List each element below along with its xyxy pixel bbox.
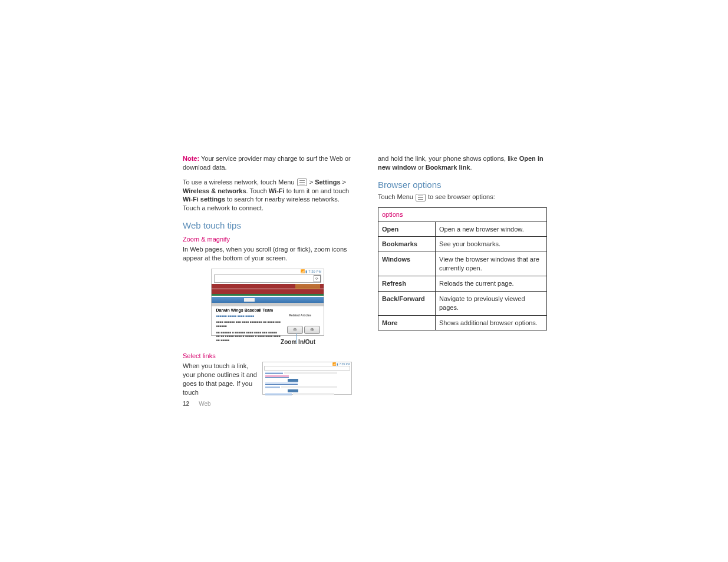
text: to turn it on and touch xyxy=(285,187,349,194)
text: > xyxy=(341,178,346,186)
callout-line xyxy=(296,333,297,343)
text: or xyxy=(416,164,426,171)
option-desc: Reloads the current page. xyxy=(436,276,547,292)
text: To use a wireless network, touch Menu xyxy=(183,178,297,186)
heading-web-touch-tips: Web touch tips xyxy=(183,220,352,232)
refresh-icon: ⟳ xyxy=(314,275,321,282)
option-label: More xyxy=(378,315,436,330)
wifi-settings-label: Wi-Fi settings xyxy=(183,196,225,203)
option-label: Bookmarks xyxy=(378,237,436,252)
bookmark-link-label: Bookmark link xyxy=(426,164,470,171)
continuation-text: and hold the link, your phone shows opti… xyxy=(378,154,547,172)
option-desc: See your bookmarks. xyxy=(436,237,547,252)
right-column: and hold the link, your phone shows opti… xyxy=(378,154,547,397)
menu-icon xyxy=(297,178,307,186)
settings-label: Settings xyxy=(315,178,340,186)
table-row: WindowsView the browser windows that are… xyxy=(378,252,547,276)
table-row: BookmarksSee your bookmarks. xyxy=(378,237,547,252)
address-bar xyxy=(214,275,321,283)
tab-row xyxy=(212,303,324,306)
zoom-out-button[interactable]: ⊖ xyxy=(287,326,303,334)
option-desc: Open a new browser window. xyxy=(436,222,547,237)
wifi-label: Wi-Fi xyxy=(269,187,285,194)
text: and hold the link, your phone shows opti… xyxy=(378,155,519,162)
related-articles-heading: Related Articles xyxy=(289,313,319,318)
select-links-block: 📶 ▮ 7:39 PM When you touch a link, your … xyxy=(183,362,352,396)
heading-zoom-magnify: Zoom & magnify xyxy=(183,235,352,244)
option-label: Back/Forward xyxy=(378,291,436,315)
options-table: options OpenOpen a new browser window. B… xyxy=(378,207,547,331)
text: Touch Menu xyxy=(378,193,415,200)
section-name: Web xyxy=(199,401,210,407)
table-row: Back/ForwardNavigate to previously viewe… xyxy=(378,291,547,315)
text: > xyxy=(308,178,315,186)
zoom-control: ⊖ ⊕ xyxy=(287,326,320,334)
menu-icon xyxy=(416,194,426,201)
wireless-networks-label: Wireless & networks xyxy=(183,187,246,194)
status-time: 7:39 PM xyxy=(308,270,321,273)
article-text: ■■ ■■■■■■ ■ ■■■■■■ ■■■■ ■■■■ ■■■ ■■■■■ ■… xyxy=(216,330,281,342)
note-paragraph: Note: Your service provider may charge t… xyxy=(183,154,352,172)
table-row: OpenOpen a new browser window. xyxy=(378,222,547,237)
heading-select-links: Select links xyxy=(183,352,352,361)
zoom-paragraph: In Web pages, when you scroll (drag or f… xyxy=(183,245,352,263)
table-header: options xyxy=(378,207,547,222)
heading-browser-options: Browser options xyxy=(378,179,547,191)
article-text: ■■■■ ■■■■■■ ■■■ ■■■■ ■■■■■■■ ■■ ■■■■ ■■■… xyxy=(216,320,281,328)
option-label: Windows xyxy=(378,252,436,276)
wireless-paragraph: To use a wireless network, touch Menu > … xyxy=(183,178,352,213)
page-content: Note: Your service provider may charge t… xyxy=(183,154,547,397)
left-column: Note: Your service provider may charge t… xyxy=(183,154,352,397)
option-desc: Shows additional browser options. xyxy=(436,315,547,330)
page-lines xyxy=(265,372,349,393)
sub-bar xyxy=(212,297,324,303)
tab-bar xyxy=(212,289,324,296)
article-title: Darwin Wings Baseball Team xyxy=(216,308,319,313)
table-row: RefreshReloads the current page. xyxy=(378,276,547,292)
note-text: Your service provider may charge to surf… xyxy=(183,155,351,171)
option-label: Open xyxy=(378,222,436,237)
option-desc: Navigate to previously viewed pages. xyxy=(436,291,547,315)
text: to see browser options: xyxy=(426,193,495,200)
figure-links-screenshot: 📶 ▮ 7:39 PM xyxy=(262,362,352,395)
text: . xyxy=(470,164,472,171)
link-button xyxy=(288,389,298,392)
text: . Touch xyxy=(246,187,269,194)
status-bar: 📶 ▮ 7:39 PM xyxy=(301,269,324,274)
touch-menu-text: Touch Menu to see browser options: xyxy=(378,193,547,201)
option-label: Refresh xyxy=(378,276,436,292)
note-label: Note: xyxy=(183,155,199,162)
page-number: 12 xyxy=(183,401,189,407)
link-button xyxy=(288,379,298,382)
sub-button xyxy=(244,298,255,302)
zoom-in-button[interactable]: ⊕ xyxy=(304,326,320,334)
page-footer: 12Web xyxy=(183,401,211,407)
figure-zoom-screenshot: 📶 ▮ 7:39 PM ⟳ Darwin Wings Baseball Team… xyxy=(211,269,324,336)
address-bar xyxy=(264,366,350,371)
table-row: MoreShows additional browser options. xyxy=(378,315,547,330)
option-desc: View the browser windows that are curren… xyxy=(436,252,547,276)
